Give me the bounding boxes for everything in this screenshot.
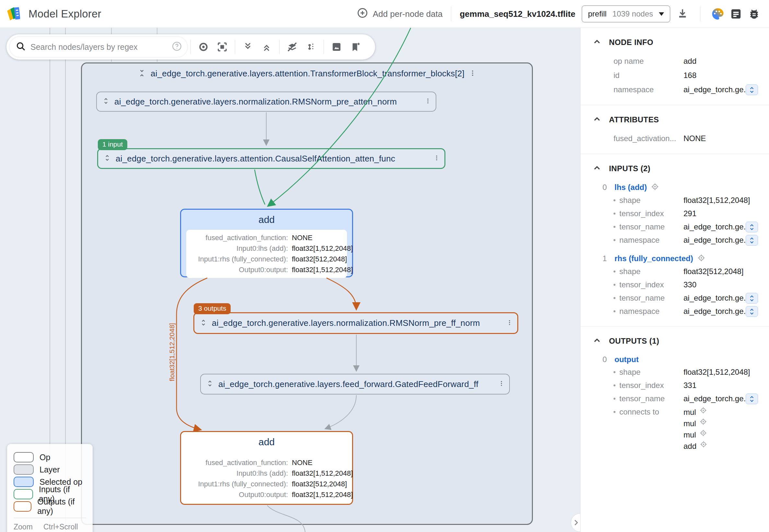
attr-label: Input1:rhs (fully_connected): [191, 480, 288, 488]
bullet [614, 310, 616, 312]
layer-swatch [14, 464, 34, 475]
trace-io-icon[interactable] [194, 38, 213, 56]
locate-node-icon[interactable] [699, 418, 707, 429]
node-add-selected[interactable]: add fused_activation_function:NONE Input… [180, 209, 353, 277]
search-help-icon[interactable] [172, 41, 182, 53]
op-attr-card: fused_activation_function:NONE Input0:lh… [186, 455, 347, 503]
bullet [614, 371, 616, 373]
chevron-up-icon [592, 336, 602, 347]
expand-node-icon[interactable] [200, 319, 207, 328]
connected-node[interactable]: add [684, 440, 740, 452]
toolbar-divider [324, 40, 324, 54]
input-count-badge: 1 input [98, 139, 127, 150]
node-rmsnorm-pre-ff[interactable]: ai_edge_torch.generative.layers.normaliz… [194, 312, 518, 334]
connected-node[interactable]: mul [684, 418, 740, 429]
node-menu-icon[interactable] [433, 155, 440, 162]
op-swatch [14, 452, 34, 462]
zoom-to-fit-icon[interactable] [213, 38, 232, 56]
detail-row: tensor_index330 [614, 279, 769, 290]
export-graph-icon[interactable] [674, 5, 692, 23]
outputs-swatch [14, 501, 31, 512]
download-png-icon[interactable] [327, 38, 346, 56]
graph-legend: Op Layer Selected op Inputs (if any) Out… [7, 444, 93, 532]
locate-node-icon[interactable] [699, 406, 707, 418]
node-add-downstream[interactable]: add fused_activation_function:NONE Input… [180, 431, 353, 505]
selected-op-swatch [14, 477, 34, 487]
expand-text-button[interactable] [746, 393, 758, 404]
snapshot-bookmark-icon[interactable] [346, 38, 365, 56]
detail-row: tensor_nameai_edge_torch.ge... [614, 393, 769, 404]
model-file-name: gemma_seq512_kv1024.tflite [460, 9, 575, 19]
node-label: ai_edge_torch.generative.layers.normaliz… [212, 318, 506, 328]
detail-row: shapefloat32[512,2048] [614, 266, 769, 277]
node-causal-self-attention[interactable]: ai_edge_torch.generative.layers.attentio… [97, 148, 445, 169]
graph-selector-dropdown[interactable]: prefill 1039 nodes [582, 6, 670, 22]
node-rmsnorm-pre-atten[interactable]: ai_edge_torch.generative.layers.normaliz… [96, 92, 436, 112]
node-label: ai_edge_torch.generative.layers.normaliz… [114, 97, 425, 107]
attr-value: float32[1,512,2048] [292, 244, 353, 253]
documentation-icon[interactable] [727, 5, 745, 23]
report-bug-icon[interactable] [745, 5, 763, 23]
expand-panel-button[interactable] [571, 513, 580, 532]
search-input[interactable] [30, 42, 172, 52]
selected-graph: prefill [588, 9, 607, 18]
expand-text-button[interactable] [746, 306, 758, 317]
detail-row: shapefloat32[1,512,2048] [614, 367, 769, 377]
attr-label: Output0:output: [191, 266, 288, 274]
graph-canvas[interactable]: ai_edge_torch.generative.layers.attentio… [0, 28, 580, 532]
output-item-header: 0 output [603, 355, 769, 364]
node-menu-icon[interactable] [498, 380, 505, 388]
layer-title: ai_edge_torch.generative.layers.attentio… [150, 69, 464, 79]
input-name-link[interactable]: lhs (add) [615, 183, 647, 192]
expand-text-button[interactable] [746, 84, 758, 95]
attr-label: Input1:rhs (fully_connected): [191, 255, 288, 263]
locate-node-icon[interactable] [651, 183, 659, 192]
add-per-node-data-button[interactable]: Add per-node data [357, 7, 442, 21]
layer-title-row[interactable]: ai_edge_torch.generative.layers.attentio… [82, 69, 532, 79]
locate-node-icon[interactable] [699, 429, 707, 440]
section-inputs: INPUTS (2) 0 lhs (add) shapefloat32[1,51… [581, 154, 769, 327]
detail-row: tensor_nameai_edge_torch.ge... [614, 221, 769, 232]
expand-node-icon[interactable] [103, 154, 111, 163]
bullet [614, 239, 616, 241]
search-box[interactable] [10, 37, 187, 57]
expand-text-button[interactable] [746, 235, 758, 246]
section-header[interactable]: OUTPUTS (1) [592, 336, 769, 347]
collapse-layer-icon[interactable] [138, 69, 146, 79]
expand-all-layers-icon[interactable] [239, 38, 257, 56]
detail-row: shapefloat32[1,512,2048] [614, 195, 769, 205]
expand-text-button[interactable] [746, 293, 758, 304]
section-header[interactable]: INPUTS (2) [592, 163, 769, 174]
plus-circle-icon [357, 7, 368, 21]
detail-row: namespaceai_edge_torch.ge... [614, 306, 769, 316]
top-app-bar: Model Explorer Add per-node data gemma_s… [0, 0, 769, 28]
bullet [614, 398, 616, 400]
locate-node-icon[interactable] [700, 440, 708, 452]
attr-value: float32[1,512,2048] [292, 266, 353, 274]
node-details-panel[interactable]: NODE INFO op nameadd id168 namespaceai_e… [580, 28, 769, 532]
node-menu-icon[interactable] [425, 98, 431, 105]
chevron-up-icon [592, 114, 602, 125]
attr-label: Input0:lhs (add): [191, 469, 288, 478]
app-title: Model Explorer [28, 8, 101, 20]
node-menu-icon[interactable] [506, 319, 513, 327]
input-name-link[interactable]: rhs (fully_connected) [615, 254, 693, 263]
expand-node-icon[interactable] [206, 380, 214, 389]
divider [700, 6, 700, 21]
theme-palette-icon[interactable] [709, 5, 727, 23]
connected-node[interactable]: mul [684, 406, 740, 418]
node-gated-feed-forward[interactable]: ai_edge_torch.generative.layers.feed_for… [200, 374, 510, 394]
section-header[interactable]: NODE INFO [592, 37, 769, 48]
expand-node-icon[interactable] [102, 97, 110, 106]
attr-value: float32[1,512,2048] [292, 469, 353, 478]
flatten-layers-icon[interactable] [283, 38, 302, 56]
layout-direction-icon[interactable] [302, 38, 320, 56]
expand-text-button[interactable] [746, 222, 758, 232]
locate-node-icon[interactable] [697, 254, 706, 263]
connected-node[interactable]: mul [684, 429, 740, 440]
layer-menu-icon[interactable] [469, 70, 476, 78]
section-node-info: NODE INFO op nameadd id168 namespaceai_e… [581, 28, 769, 105]
chevron-up-icon [592, 37, 602, 48]
collapse-all-layers-icon[interactable] [257, 38, 276, 56]
section-header[interactable]: ATTRIBUTES [592, 114, 769, 125]
